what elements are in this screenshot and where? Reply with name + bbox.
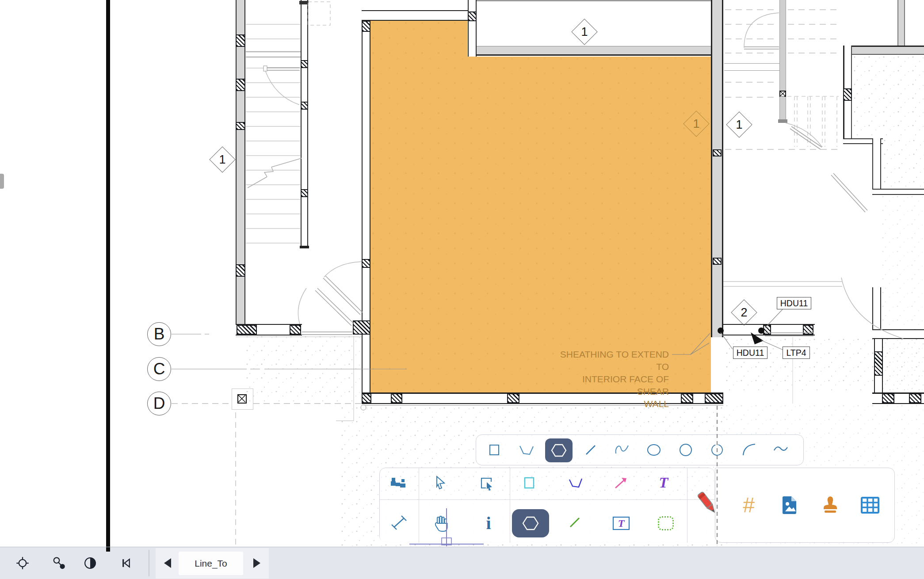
crosshair-cursor xyxy=(409,508,484,546)
pencil-cursor xyxy=(697,491,717,514)
skip-to-start-button[interactable] xyxy=(118,556,133,571)
cursor-overlay xyxy=(0,0,924,579)
right-arrow-icon xyxy=(253,558,260,568)
statusbar-separator xyxy=(149,550,149,576)
next-page-button[interactable] xyxy=(249,556,264,571)
zoom-point-button[interactable] xyxy=(51,556,66,571)
plan-markup-app: { "plan": { "grid": [ {"label":"B"}, {"l… xyxy=(0,0,924,579)
contrast-button[interactable] xyxy=(83,556,98,571)
tool-name: Line_To xyxy=(195,558,227,569)
previous-page-button[interactable] xyxy=(160,556,175,571)
crosshair-target-button[interactable] xyxy=(15,556,30,571)
tool-name-field[interactable]: Line_To xyxy=(179,552,243,575)
left-arrow-icon xyxy=(164,558,171,568)
status-bar: Line_To xyxy=(0,547,924,579)
page-edge-end xyxy=(106,547,110,552)
